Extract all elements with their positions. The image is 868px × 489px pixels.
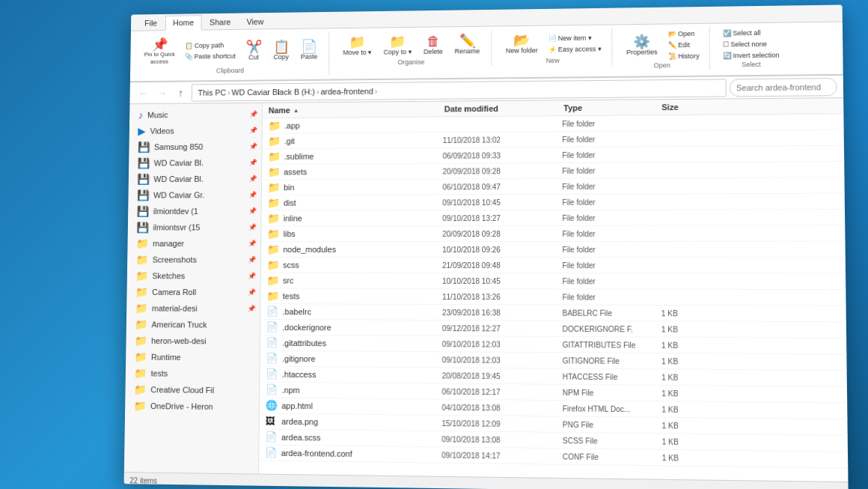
select-none-button[interactable]: ☐ Select none xyxy=(719,39,783,50)
sidebar-item-label: Runtime xyxy=(151,353,254,362)
cut-button[interactable]: ✂️ Cut xyxy=(240,37,266,64)
sidebar-item[interactable]: 📁tests xyxy=(126,365,260,382)
path-ardea-frontend: ardea-frontend xyxy=(320,86,373,95)
file-type: File folder xyxy=(562,245,661,253)
header-date[interactable]: Date modified xyxy=(444,103,563,113)
paste-button[interactable]: 📄 Paste xyxy=(296,37,323,63)
back-button[interactable]: ← xyxy=(135,85,151,100)
pin-icon: 📌 xyxy=(248,191,257,198)
pin-icon: 📌 xyxy=(249,127,257,134)
file-type: HTACCESS File xyxy=(563,372,662,381)
pin-label: Pin to Quickaccess xyxy=(144,51,174,65)
file-date: 06/09/2018 09:33 xyxy=(443,151,563,160)
edit-button[interactable]: ✏️ Edit xyxy=(664,40,703,51)
sidebar-item[interactable]: ♪Music📌 xyxy=(129,106,262,124)
move-to-button[interactable]: 📁 Move to ▾ xyxy=(337,32,377,59)
open-button[interactable]: 📂 Open xyxy=(664,28,703,40)
pin-icon: 📌 xyxy=(250,111,258,118)
file-name: ardea-frontend.conf xyxy=(281,449,442,460)
sidebar-item[interactable]: 📁Runtime xyxy=(126,349,260,366)
sidebar-item-icon: ♪ xyxy=(138,109,144,121)
new-folder-button[interactable]: 📂 New folder xyxy=(501,31,543,58)
sidebar-item[interactable]: 📁Sketches📌 xyxy=(127,267,260,284)
rename-icon: ✏️ xyxy=(459,34,476,48)
folder-icon: 📁 xyxy=(268,166,280,178)
ribbon-group-open: ⚙️ Properties 📂 Open ✏️ Edit � xyxy=(618,27,710,71)
file-icon: 📄 xyxy=(266,337,278,349)
search-input[interactable] xyxy=(730,77,837,96)
sidebar-item[interactable]: 💾WD Caviar Bl.📌 xyxy=(129,154,261,171)
table-row[interactable]: 📁tests11/10/2018 13:26File folder xyxy=(260,288,846,306)
table-row[interactable]: 📁scss21/09/2018 09:48File folder xyxy=(261,258,846,274)
file-type: File folder xyxy=(562,277,661,285)
forward-button[interactable]: → xyxy=(154,85,170,101)
sidebar-item[interactable]: 📁Screenshots📌 xyxy=(127,252,260,268)
table-row[interactable]: 📁libs20/09/2018 09:28File folder xyxy=(261,225,845,242)
pin-button[interactable]: 📌 Pin to Quickaccess xyxy=(139,35,180,68)
sidebar-item[interactable]: 💾ilmiontdev (1📌 xyxy=(128,203,261,219)
file-type: File folder xyxy=(562,151,660,160)
sidebar-item[interactable]: 💾Samsung 850📌 xyxy=(129,139,261,156)
rename-button[interactable]: ✏️ Rename xyxy=(450,31,486,58)
table-row[interactable]: 📁inline09/10/2018 13:27File folder xyxy=(261,210,845,226)
copy-path-button[interactable]: 📋 Copy path xyxy=(181,40,239,50)
header-size[interactable]: Size xyxy=(661,103,678,112)
sidebar-item-label: Creative Cloud Fil xyxy=(150,385,253,395)
sidebar-item[interactable]: 📁Creative Cloud Fil xyxy=(125,381,259,398)
address-path[interactable]: This PC › WD Caviar Black B (H:) › ardea… xyxy=(192,79,727,101)
table-row[interactable]: 📁dist09/10/2018 10:45File folder xyxy=(262,194,845,211)
copy-button[interactable]: 📋 Copy xyxy=(268,37,294,63)
sidebar-item[interactable]: 📁manager📌 xyxy=(127,235,260,252)
ribbon-group-select: ☑️ Select all ☐ Select none 🔄 Invert sel… xyxy=(716,25,789,70)
history-button[interactable]: 📜 History xyxy=(664,51,703,62)
sidebar-item[interactable]: 📁American Truck xyxy=(126,316,260,333)
select-all-button[interactable]: ☑️ Select all xyxy=(719,28,783,39)
file-name: libs xyxy=(283,229,442,238)
file-name: scss xyxy=(283,261,442,270)
clipboard-buttons: 📌 Pin to Quickaccess 📋 Copy path 📎 Paste… xyxy=(139,33,323,68)
file-name: app.html xyxy=(281,401,441,412)
ribbon-tab-view[interactable]: View xyxy=(239,14,272,29)
file-size: 1 KB xyxy=(661,389,678,397)
ribbon-group-new: 📂 New folder 📄 New item ▾ ⚡ Easy access … xyxy=(498,28,612,66)
pin-icon: 📌 xyxy=(248,305,256,312)
ribbon-tab-share[interactable]: Share xyxy=(202,15,239,30)
table-row[interactable]: 📁node_modules10/10/2018 09:26File folder xyxy=(261,242,846,258)
delete-button[interactable]: 🗑 Delete xyxy=(418,31,448,58)
file-date: 04/10/2018 13:08 xyxy=(441,403,562,413)
sidebar-item[interactable]: 📁OneDrive - Heron xyxy=(125,398,259,416)
new-item-button[interactable]: 📄 New item ▾ xyxy=(545,32,605,43)
sidebar-item[interactable]: 📁Camera Roll📌 xyxy=(126,284,260,300)
ribbon-tab-file[interactable]: File xyxy=(137,16,165,31)
up-button[interactable]: ↑ xyxy=(173,85,189,101)
header-name[interactable]: Name ▲ xyxy=(269,105,444,115)
file-date: 09/10/2018 10:45 xyxy=(442,198,562,206)
invert-label: Invert selection xyxy=(733,52,779,60)
file-date: 21/09/2018 09:48 xyxy=(442,261,562,269)
table-row[interactable]: 📁bin06/10/2018 09:47File folder xyxy=(262,177,845,195)
delete-label: Delete xyxy=(424,48,443,55)
paste-label: Paste xyxy=(301,52,317,60)
table-row[interactable]: 📁assets20/09/2018 09:28File folder xyxy=(262,162,844,180)
copy-to-button[interactable]: 📁 Copy to ▾ xyxy=(379,32,418,59)
sidebar-item[interactable]: 📁heron-web-desi xyxy=(126,332,260,350)
table-row[interactable]: 📁src10/10/2018 10:45File folder xyxy=(261,273,846,291)
path-wd-caviar: WD Caviar Black B (H:) xyxy=(231,87,314,97)
sidebar-item-icon: 📁 xyxy=(135,303,148,315)
header-type[interactable]: Type xyxy=(563,103,661,112)
sidebar-item[interactable]: 📁material-desi📌 xyxy=(126,300,260,317)
ribbon-tab-home[interactable]: Home xyxy=(165,15,201,31)
sidebar-item[interactable]: 💾WD Caviar Gr.📌 xyxy=(128,186,261,203)
paste-shortcut-button[interactable]: 📎 Paste shortcut xyxy=(181,51,239,61)
sidebar-item[interactable]: 💾WD Caviar Bl.📌 xyxy=(129,171,262,187)
invert-selection-button[interactable]: 🔄 Invert selection xyxy=(719,50,783,61)
file-name: .git xyxy=(284,136,443,145)
easy-access-button[interactable]: ⚡ Easy access ▾ xyxy=(545,43,605,55)
sidebar-item[interactable]: 💾ilmiontsvr (15📌 xyxy=(128,219,261,236)
file-date: 09/10/2018 12:03 xyxy=(442,340,563,349)
folder-icon: 📁 xyxy=(267,213,279,225)
main-area: ♪Music📌▶Videos📌💾Samsung 850📌💾WD Caviar B… xyxy=(124,98,849,482)
properties-button[interactable]: ⚙️ Properties xyxy=(621,32,663,59)
sidebar-item[interactable]: ▶Videos📌 xyxy=(129,122,262,139)
file-name: tests xyxy=(283,291,442,301)
